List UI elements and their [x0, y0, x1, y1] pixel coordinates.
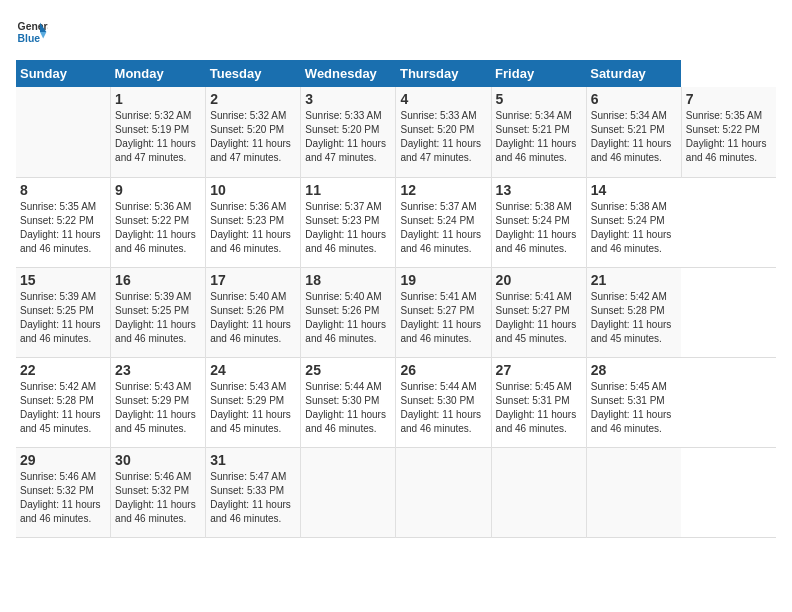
calendar-cell: 22Sunrise: 5:42 AM Sunset: 5:28 PM Dayli…: [16, 357, 111, 447]
day-number: 28: [591, 362, 678, 378]
calendar-cell: 29Sunrise: 5:46 AM Sunset: 5:32 PM Dayli…: [16, 447, 111, 537]
calendar-cell: 23Sunrise: 5:43 AM Sunset: 5:29 PM Dayli…: [111, 357, 206, 447]
day-number: 22: [20, 362, 106, 378]
day-info: Sunrise: 5:46 AM Sunset: 5:32 PM Dayligh…: [20, 470, 106, 526]
calendar-cell: [586, 447, 681, 537]
week-row-1: 1Sunrise: 5:32 AM Sunset: 5:19 PM Daylig…: [16, 87, 776, 177]
day-number: 20: [496, 272, 582, 288]
calendar-cell: 24Sunrise: 5:43 AM Sunset: 5:29 PM Dayli…: [206, 357, 301, 447]
calendar-cell: 13Sunrise: 5:38 AM Sunset: 5:24 PM Dayli…: [491, 177, 586, 267]
day-number: 2: [210, 91, 296, 107]
day-info: Sunrise: 5:39 AM Sunset: 5:25 PM Dayligh…: [20, 290, 106, 346]
calendar-cell: 12Sunrise: 5:37 AM Sunset: 5:24 PM Dayli…: [396, 177, 491, 267]
day-number: 9: [115, 182, 201, 198]
day-number: 5: [496, 91, 582, 107]
calendar-cell: 28Sunrise: 5:45 AM Sunset: 5:31 PM Dayli…: [586, 357, 681, 447]
calendar-cell: 27Sunrise: 5:45 AM Sunset: 5:31 PM Dayli…: [491, 357, 586, 447]
header-sunday: Sunday: [16, 60, 111, 87]
day-info: Sunrise: 5:42 AM Sunset: 5:28 PM Dayligh…: [591, 290, 678, 346]
day-number: 19: [400, 272, 486, 288]
day-number: 21: [591, 272, 678, 288]
day-info: Sunrise: 5:44 AM Sunset: 5:30 PM Dayligh…: [400, 380, 486, 436]
day-number: 16: [115, 272, 201, 288]
svg-text:Blue: Blue: [18, 33, 41, 44]
calendar-table: SundayMondayTuesdayWednesdayThursdayFrid…: [16, 60, 776, 538]
calendar-cell: 5Sunrise: 5:34 AM Sunset: 5:21 PM Daylig…: [491, 87, 586, 177]
calendar-cell: 9Sunrise: 5:36 AM Sunset: 5:22 PM Daylig…: [111, 177, 206, 267]
day-info: Sunrise: 5:32 AM Sunset: 5:20 PM Dayligh…: [210, 109, 296, 165]
day-number: 12: [400, 182, 486, 198]
calendar-cell: 11Sunrise: 5:37 AM Sunset: 5:23 PM Dayli…: [301, 177, 396, 267]
day-info: Sunrise: 5:32 AM Sunset: 5:19 PM Dayligh…: [115, 109, 201, 165]
day-number: 30: [115, 452, 201, 468]
day-number: 17: [210, 272, 296, 288]
day-number: 14: [591, 182, 678, 198]
day-info: Sunrise: 5:45 AM Sunset: 5:31 PM Dayligh…: [496, 380, 582, 436]
week-row-2: 8Sunrise: 5:35 AM Sunset: 5:22 PM Daylig…: [16, 177, 776, 267]
calendar-cell: 20Sunrise: 5:41 AM Sunset: 5:27 PM Dayli…: [491, 267, 586, 357]
calendar-cell: 26Sunrise: 5:44 AM Sunset: 5:30 PM Dayli…: [396, 357, 491, 447]
header-thursday: Thursday: [396, 60, 491, 87]
calendar-cell: [16, 87, 111, 177]
day-info: Sunrise: 5:33 AM Sunset: 5:20 PM Dayligh…: [305, 109, 391, 165]
day-number: 29: [20, 452, 106, 468]
day-number: 1: [115, 91, 201, 107]
day-info: Sunrise: 5:34 AM Sunset: 5:21 PM Dayligh…: [591, 109, 677, 165]
day-info: Sunrise: 5:34 AM Sunset: 5:21 PM Dayligh…: [496, 109, 582, 165]
day-number: 6: [591, 91, 677, 107]
calendar-cell: 19Sunrise: 5:41 AM Sunset: 5:27 PM Dayli…: [396, 267, 491, 357]
calendar-cell: [491, 447, 586, 537]
day-number: 3: [305, 91, 391, 107]
calendar-cell: [301, 447, 396, 537]
header-friday: Friday: [491, 60, 586, 87]
day-info: Sunrise: 5:39 AM Sunset: 5:25 PM Dayligh…: [115, 290, 201, 346]
day-number: 15: [20, 272, 106, 288]
calendar-cell: 2Sunrise: 5:32 AM Sunset: 5:20 PM Daylig…: [206, 87, 301, 177]
day-number: 7: [686, 91, 772, 107]
calendar-cell: 8Sunrise: 5:35 AM Sunset: 5:22 PM Daylig…: [16, 177, 111, 267]
day-number: 13: [496, 182, 582, 198]
week-row-3: 15Sunrise: 5:39 AM Sunset: 5:25 PM Dayli…: [16, 267, 776, 357]
calendar-cell: 15Sunrise: 5:39 AM Sunset: 5:25 PM Dayli…: [16, 267, 111, 357]
calendar-cell: 4Sunrise: 5:33 AM Sunset: 5:20 PM Daylig…: [396, 87, 491, 177]
calendar-cell: [396, 447, 491, 537]
day-number: 10: [210, 182, 296, 198]
svg-marker-3: [40, 32, 46, 38]
day-info: Sunrise: 5:38 AM Sunset: 5:24 PM Dayligh…: [591, 200, 678, 256]
calendar-cell: 16Sunrise: 5:39 AM Sunset: 5:25 PM Dayli…: [111, 267, 206, 357]
day-info: Sunrise: 5:42 AM Sunset: 5:28 PM Dayligh…: [20, 380, 106, 436]
header-wednesday: Wednesday: [301, 60, 396, 87]
calendar-cell: 25Sunrise: 5:44 AM Sunset: 5:30 PM Dayli…: [301, 357, 396, 447]
calendar-cell: 7Sunrise: 5:35 AM Sunset: 5:22 PM Daylig…: [681, 87, 776, 177]
day-info: Sunrise: 5:41 AM Sunset: 5:27 PM Dayligh…: [400, 290, 486, 346]
calendar-cell: 17Sunrise: 5:40 AM Sunset: 5:26 PM Dayli…: [206, 267, 301, 357]
day-info: Sunrise: 5:33 AM Sunset: 5:20 PM Dayligh…: [400, 109, 486, 165]
header-row: SundayMondayTuesdayWednesdayThursdayFrid…: [16, 60, 776, 87]
day-info: Sunrise: 5:47 AM Sunset: 5:33 PM Dayligh…: [210, 470, 296, 526]
calendar-cell: 6Sunrise: 5:34 AM Sunset: 5:21 PM Daylig…: [586, 87, 681, 177]
day-number: 18: [305, 272, 391, 288]
day-info: Sunrise: 5:41 AM Sunset: 5:27 PM Dayligh…: [496, 290, 582, 346]
week-row-4: 22Sunrise: 5:42 AM Sunset: 5:28 PM Dayli…: [16, 357, 776, 447]
day-info: Sunrise: 5:40 AM Sunset: 5:26 PM Dayligh…: [305, 290, 391, 346]
header-saturday: Saturday: [586, 60, 681, 87]
day-info: Sunrise: 5:36 AM Sunset: 5:23 PM Dayligh…: [210, 200, 296, 256]
day-number: 25: [305, 362, 391, 378]
day-info: Sunrise: 5:37 AM Sunset: 5:23 PM Dayligh…: [305, 200, 391, 256]
day-info: Sunrise: 5:37 AM Sunset: 5:24 PM Dayligh…: [400, 200, 486, 256]
header-monday: Monday: [111, 60, 206, 87]
week-row-5: 29Sunrise: 5:46 AM Sunset: 5:32 PM Dayli…: [16, 447, 776, 537]
logo-icon: General Blue: [16, 16, 48, 48]
day-info: Sunrise: 5:46 AM Sunset: 5:32 PM Dayligh…: [115, 470, 201, 526]
day-info: Sunrise: 5:38 AM Sunset: 5:24 PM Dayligh…: [496, 200, 582, 256]
day-info: Sunrise: 5:43 AM Sunset: 5:29 PM Dayligh…: [210, 380, 296, 436]
day-number: 24: [210, 362, 296, 378]
calendar-cell: 31Sunrise: 5:47 AM Sunset: 5:33 PM Dayli…: [206, 447, 301, 537]
calendar-cell: 30Sunrise: 5:46 AM Sunset: 5:32 PM Dayli…: [111, 447, 206, 537]
calendar-cell: 18Sunrise: 5:40 AM Sunset: 5:26 PM Dayli…: [301, 267, 396, 357]
calendar-cell: 3Sunrise: 5:33 AM Sunset: 5:20 PM Daylig…: [301, 87, 396, 177]
day-info: Sunrise: 5:35 AM Sunset: 5:22 PM Dayligh…: [20, 200, 106, 256]
day-info: Sunrise: 5:36 AM Sunset: 5:22 PM Dayligh…: [115, 200, 201, 256]
page-header: General Blue: [16, 16, 776, 48]
logo: General Blue: [16, 16, 48, 48]
